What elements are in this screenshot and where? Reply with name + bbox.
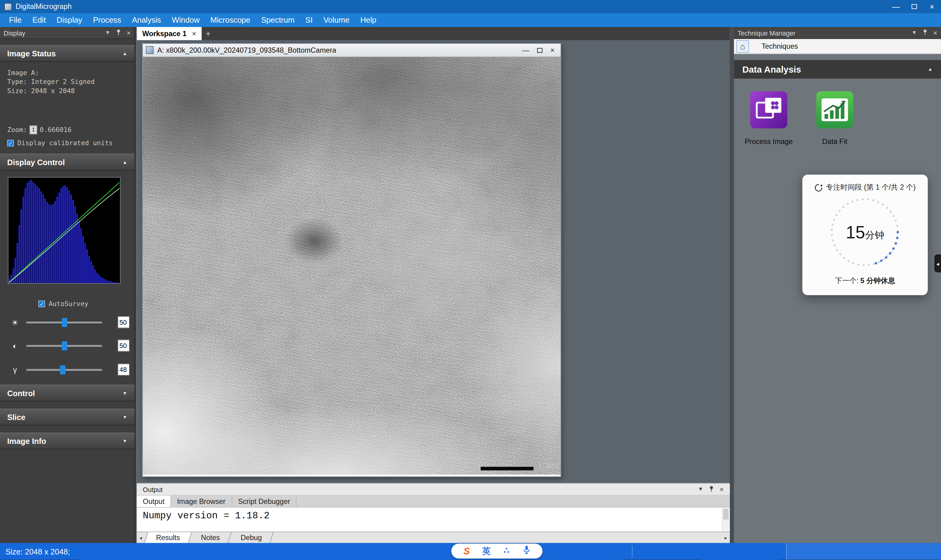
image-status-line: Image A:	[7, 69, 39, 77]
output-scrollbar[interactable]	[722, 508, 729, 531]
tem-image[interactable]: 5.0nm	[143, 57, 561, 475]
mic-icon[interactable]	[522, 545, 530, 557]
brightness-slider[interactable]	[26, 322, 102, 323]
menu-edit[interactable]: Edit	[27, 13, 51, 27]
minimize-button[interactable]: —	[887, 0, 905, 13]
gamma-slider-thumb[interactable]	[60, 365, 66, 374]
display-panel-header: Display ▼ ×	[0, 27, 134, 39]
tab-results[interactable]: Results	[144, 532, 192, 543]
section-image-status[interactable]: Image Status ▲	[0, 45, 134, 62]
spin-down-icon[interactable]: ▾	[32, 129, 34, 133]
flyout-handle[interactable]: ◀	[934, 254, 941, 272]
home-icon[interactable]: ⌂	[736, 40, 749, 52]
menu-bar: File Edit Display Process Analysis Windo…	[0, 13, 941, 27]
ime-menu-icon[interactable]	[503, 546, 510, 556]
tab-debug[interactable]: Debug	[229, 532, 274, 543]
panel-close-icon[interactable]: ×	[719, 486, 724, 493]
focus-next-prefix: 下一个:	[835, 277, 859, 285]
tab-output[interactable]: Output	[137, 496, 171, 507]
menu-microscope[interactable]: Microscope	[205, 13, 256, 27]
image-maximize-button[interactable]	[537, 46, 543, 54]
data-fit-tile[interactable]: Data Fit	[806, 91, 864, 146]
panel-close-icon[interactable]: ×	[126, 29, 131, 37]
scroll-right-icon[interactable]: ▸	[722, 532, 730, 543]
gamma-slider[interactable]	[26, 369, 102, 370]
pin-icon[interactable]	[709, 485, 714, 493]
section-data-analysis[interactable]: Data Analysis ▲	[734, 60, 941, 79]
menu-volume[interactable]: Volume	[318, 13, 355, 27]
pin-icon[interactable]	[922, 29, 928, 37]
menu-window[interactable]: Window	[166, 13, 205, 27]
tab-notes[interactable]: Notes	[189, 532, 232, 543]
tab-image-browser[interactable]: Image Browser	[171, 496, 232, 507]
sogou-logo-icon[interactable]: S	[464, 546, 470, 556]
output-bottom-tabs: ◂ Results Notes Debug ▸	[137, 532, 730, 543]
section-image-info[interactable]: Image Info ▼	[0, 432, 134, 449]
new-workspace-button[interactable]: +	[202, 27, 215, 40]
zoom-spinner[interactable]: ▴ ▾	[29, 125, 37, 134]
menu-si[interactable]: SI	[300, 13, 318, 27]
collapse-icon[interactable]: ▲	[123, 51, 128, 56]
focus-widget[interactable]: 专注时间段 (第 1 个/共 2 个) 15分钟 下一个:5 分钟休息	[802, 175, 928, 295]
workspace-tab[interactable]: Workspace 1 ×	[137, 27, 202, 40]
output-panel-header: Output ▼ ×	[137, 484, 730, 496]
gamma-value[interactable]: 48	[118, 364, 129, 375]
menu-help[interactable]: Help	[355, 13, 382, 27]
status-divider	[632, 545, 633, 557]
menu-file[interactable]: File	[4, 13, 27, 27]
histogram[interactable]	[8, 177, 120, 284]
menu-analysis[interactable]: Analysis	[126, 13, 166, 27]
section-control[interactable]: Control ▼	[0, 385, 134, 401]
process-image-tile[interactable]: Process Image	[740, 91, 798, 146]
menu-display[interactable]: Display	[51, 13, 88, 27]
expand-icon[interactable]: ▼	[123, 414, 128, 420]
ime-language-toggle[interactable]: 英	[482, 546, 491, 556]
close-button[interactable]: ×	[923, 0, 941, 13]
contrast-slider-thumb[interactable]	[62, 341, 68, 350]
output-text: Numpy version = 1.18.2	[143, 511, 270, 522]
section-slice[interactable]: Slice ▼	[0, 409, 134, 426]
panel-close-icon[interactable]: ×	[933, 29, 937, 37]
panel-splitter[interactable]	[730, 27, 734, 543]
focus-title: 专注时间段 (第 1 个/共 2 个)	[826, 182, 916, 192]
pin-icon[interactable]	[116, 29, 121, 37]
scroll-left-icon[interactable]: ◂	[137, 532, 145, 543]
output-tabs: Output Image Browser Script Debugger	[137, 496, 730, 508]
panel-menu-icon[interactable]: ▼	[105, 30, 110, 35]
data-fit-label: Data Fit	[822, 137, 847, 146]
panel-menu-icon[interactable]: ▼	[698, 486, 703, 492]
contrast-icon: ◐	[7, 341, 23, 350]
calibrated-units-checkbox[interactable]: ✓	[7, 139, 14, 146]
scrollbar-thumb[interactable]	[723, 509, 728, 520]
autosurvey-label: AutoSurvey	[49, 300, 89, 307]
brightness-slider-thumb[interactable]	[62, 318, 68, 326]
menu-process[interactable]: Process	[88, 13, 126, 27]
output-content[interactable]: Numpy version = 1.18.2	[137, 508, 730, 532]
workspace-canvas[interactable]: A: x800k_200.00kV_20240719_093548_Bottom…	[137, 40, 730, 483]
expand-icon[interactable]: ▼	[123, 390, 128, 396]
image-minimize-button[interactable]: —	[522, 46, 530, 54]
ime-toolbar[interactable]: S 英	[451, 543, 543, 558]
contrast-slider[interactable]	[26, 345, 102, 346]
tab-script-debugger[interactable]: Script Debugger	[232, 496, 297, 507]
output-panel-title: Output	[143, 486, 163, 493]
collapse-icon[interactable]: ▲	[928, 66, 933, 72]
expand-icon[interactable]: ▼	[123, 438, 128, 444]
image-window-title: A: x800k_200.00kV_20240719_093548_Bottom…	[157, 46, 336, 54]
image-status-line: Type: Integer 2 Signed	[7, 78, 95, 86]
image-close-button[interactable]: ×	[550, 46, 554, 54]
menu-spectrum[interactable]: Spectrum	[256, 13, 300, 27]
image-window-titlebar[interactable]: A: x800k_200.00kV_20240719_093548_Bottom…	[143, 44, 561, 57]
shading-overlay	[143, 57, 561, 475]
section-display-control[interactable]: Display Control ▲	[0, 154, 134, 170]
workspace-area: Workspace 1 × + A: x800k_200.00kV_202407…	[137, 27, 730, 483]
brightness-value[interactable]: 50	[118, 316, 129, 328]
contrast-value[interactable]: 50	[118, 340, 129, 352]
collapse-icon[interactable]: ▲	[123, 159, 128, 165]
check-icon: ✓	[8, 140, 13, 146]
workspace-tab-close-icon[interactable]: ×	[192, 29, 196, 38]
data-fit-icon	[816, 91, 853, 128]
maximize-button[interactable]	[905, 0, 923, 13]
panel-menu-icon[interactable]: ▼	[912, 30, 917, 35]
autosurvey-checkbox[interactable]: ✓	[38, 300, 45, 307]
